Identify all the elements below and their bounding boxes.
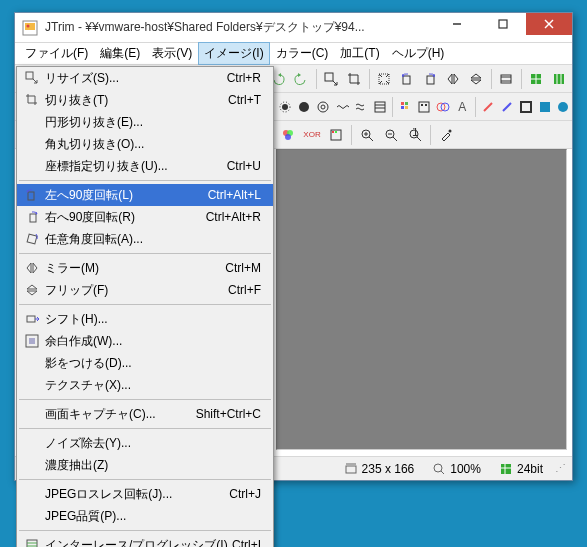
menu-item-shortcut: Ctrl+M xyxy=(225,261,273,275)
grid-icon[interactable] xyxy=(526,68,547,90)
menu-item-label: JPEGロスレス回転(J)... xyxy=(42,486,229,503)
menu-item-label: JPEG品質(P)... xyxy=(42,508,261,525)
blend-icon[interactable] xyxy=(435,96,452,118)
svg-point-20 xyxy=(282,104,288,110)
film-icon[interactable] xyxy=(496,68,517,90)
text-icon[interactable]: A xyxy=(454,96,471,118)
zoomin-icon[interactable] xyxy=(356,124,378,146)
menu-item-shortcut: Ctrl+Alt+L xyxy=(208,188,273,202)
rot90r-icon xyxy=(22,209,42,225)
zoomout-icon[interactable] xyxy=(380,124,402,146)
menu-2[interactable]: 表示(V) xyxy=(146,42,198,65)
menu-6[interactable]: ヘルプ(H) xyxy=(386,42,451,65)
menu-item-2[interactable]: 円形切り抜き(E)... xyxy=(17,111,273,133)
menu-item-20[interactable]: ノイズ除去(Y)... xyxy=(17,432,273,454)
svg-rect-63 xyxy=(501,464,511,474)
palette-icon[interactable] xyxy=(325,124,347,146)
crop-icon[interactable] xyxy=(344,68,365,90)
menu-item-21[interactable]: 濃度抽出(Z) xyxy=(17,454,273,476)
flip-icon[interactable] xyxy=(466,68,487,90)
menu-item-8[interactable]: 任意角度回転(A)... xyxy=(17,228,273,250)
menu-item-shortcut: Ctrl+R xyxy=(227,71,273,85)
frame-icon[interactable] xyxy=(517,96,534,118)
xor-icon[interactable]: XOR xyxy=(301,124,323,146)
resize-grip[interactable]: ⋰ xyxy=(555,462,564,475)
svg-rect-34 xyxy=(425,104,427,106)
menu-item-7[interactable]: 右へ90度回転(R)Ctrl+Alt+R xyxy=(17,206,273,228)
rotate-left-icon[interactable] xyxy=(397,68,418,90)
menu-item-13[interactable]: シフト(H)... xyxy=(17,308,273,330)
svg-point-41 xyxy=(558,102,568,112)
menu-item-4[interactable]: 座標指定切り抜き(U)...Ctrl+U xyxy=(17,155,273,177)
rgb-icon[interactable] xyxy=(277,124,299,146)
resize-icon xyxy=(22,70,42,86)
menu-item-label: 右へ90度回転(R) xyxy=(42,209,206,226)
menu-0[interactable]: ファイル(F) xyxy=(19,42,94,65)
canvas-area[interactable] xyxy=(276,149,567,450)
eyedrop-icon[interactable] xyxy=(435,124,457,146)
effect1-icon[interactable] xyxy=(315,96,332,118)
svg-point-2 xyxy=(27,24,30,27)
menu-separator xyxy=(19,530,271,531)
svg-rect-40 xyxy=(540,102,550,112)
svg-rect-33 xyxy=(421,104,423,106)
fit-icon[interactable] xyxy=(374,68,395,90)
menu-item-6[interactable]: 左へ90度回転(L)Ctrl+Alt+L xyxy=(17,184,273,206)
status-zoom: 100% xyxy=(426,462,487,476)
waves-icon[interactable] xyxy=(353,96,370,118)
brightness-icon[interactable] xyxy=(277,96,294,118)
blank-icon xyxy=(22,508,42,524)
menu-item-14[interactable]: 余白作成(W)... xyxy=(17,330,273,352)
svg-rect-10 xyxy=(427,76,434,84)
depth-icon xyxy=(499,462,513,476)
menu-item-1[interactable]: 切り抜き(T)Ctrl+T xyxy=(17,89,273,111)
menu-item-0[interactable]: リサイズ(S)...Ctrl+R xyxy=(17,67,273,89)
mosaic-icon[interactable] xyxy=(397,96,414,118)
menu-item-16[interactable]: テクスチャ(X)... xyxy=(17,374,273,396)
draw1-icon[interactable] xyxy=(479,96,496,118)
svg-rect-59 xyxy=(346,466,356,473)
status-depth: 24bit xyxy=(493,462,549,476)
window-title: JTrim - ¥¥vmware-host¥Shared Folders¥デスク… xyxy=(45,19,434,36)
contrast-icon[interactable] xyxy=(296,96,313,118)
menu-item-label: ノイズ除去(Y)... xyxy=(42,435,261,452)
menu-item-3[interactable]: 角丸切り抜き(O)... xyxy=(17,133,273,155)
menu-item-shortcut: Ctrl+J xyxy=(229,487,273,501)
grid2-icon[interactable] xyxy=(549,68,570,90)
menu-3[interactable]: イメージ(I) xyxy=(198,42,269,65)
status-depth-text: 24bit xyxy=(517,462,543,476)
menu-item-label: 影をつける(D)... xyxy=(42,355,261,372)
circfill-icon[interactable] xyxy=(555,96,572,118)
menu-4[interactable]: カラー(C) xyxy=(270,42,335,65)
draw2-icon[interactable] xyxy=(498,96,515,118)
menu-separator xyxy=(19,253,271,254)
menu-item-10[interactable]: ミラー(M)Ctrl+M xyxy=(17,257,273,279)
menu-item-15[interactable]: 影をつける(D)... xyxy=(17,352,273,374)
svg-line-37 xyxy=(484,103,492,111)
menu-5[interactable]: 加工(T) xyxy=(334,42,385,65)
rotate-right-icon[interactable] xyxy=(420,68,441,90)
menu-item-label: 角丸切り抜き(O)... xyxy=(42,136,261,153)
redo-icon[interactable] xyxy=(291,68,312,90)
menu-item-18[interactable]: 画面キャプチャ(C)...Shift+Ctrl+C xyxy=(17,403,273,425)
menu-1[interactable]: 編集(E) xyxy=(94,42,146,65)
maximize-button[interactable] xyxy=(480,13,526,35)
mosaic2-icon[interactable] xyxy=(416,96,433,118)
menu-item-label: リサイズ(S)... xyxy=(42,70,227,87)
wave-icon[interactable] xyxy=(334,96,351,118)
menu-item-23[interactable]: JPEGロスレス回転(J)...Ctrl+J xyxy=(17,483,273,505)
menu-item-26[interactable]: インターレース/プログレッシブ(I)Ctrl+I xyxy=(17,534,273,547)
resize-icon[interactable] xyxy=(321,68,342,90)
close-button[interactable] xyxy=(526,13,572,35)
menu-item-11[interactable]: フリップ(F)Ctrl+F xyxy=(17,279,273,301)
svg-rect-66 xyxy=(26,72,33,79)
blank-icon xyxy=(22,435,42,451)
svg-rect-9 xyxy=(403,76,410,84)
fill-icon[interactable] xyxy=(536,96,553,118)
blank-icon xyxy=(22,377,42,393)
menu-item-24[interactable]: JPEG品質(P)... xyxy=(17,505,273,527)
scan-icon[interactable] xyxy=(371,96,388,118)
minimize-button[interactable] xyxy=(434,13,480,35)
mirror-icon[interactable] xyxy=(443,68,464,90)
zoom1-icon[interactable]: 1 xyxy=(404,124,426,146)
